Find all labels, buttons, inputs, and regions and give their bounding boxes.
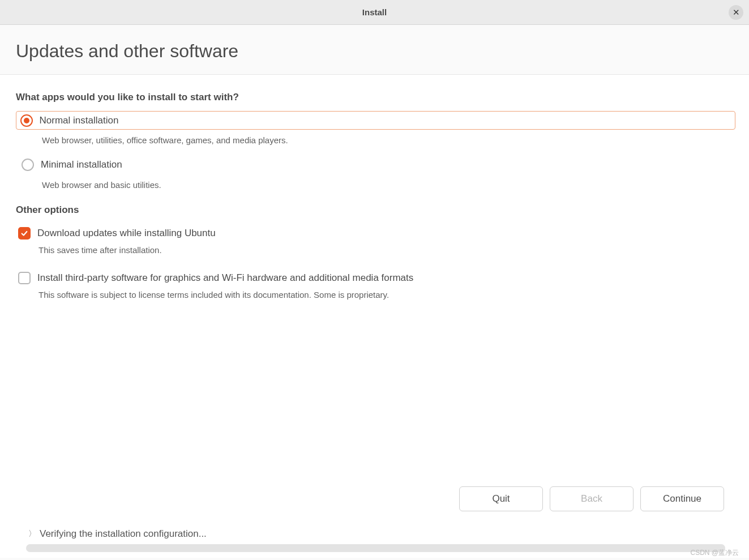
page-title: Updates and other software [0,25,749,75]
close-button[interactable]: ✕ [729,5,743,20]
continue-button[interactable]: Continue [640,486,724,511]
normal-installation-desc: Web browser, utilities, office software,… [42,135,735,145]
checkbox-icon [18,227,31,240]
download-updates-desc: This saves time after installation. [38,245,735,255]
install-type-question: What apps would you like to install to s… [16,92,735,103]
expander-label: Verifying the installation configuration… [40,528,207,540]
button-label: Back [581,493,602,505]
radio-normal-installation[interactable]: Normal installation [16,111,735,130]
other-options-heading: Other options [16,204,735,216]
quit-button[interactable]: Quit [459,486,543,511]
expander-verifying[interactable]: 〉 Verifying the installation configurati… [16,528,735,544]
back-button[interactable]: Back [550,486,634,511]
checkbox-third-party[interactable]: Install third-party software for graphic… [16,271,735,285]
button-row: Quit Back Continue [16,486,735,511]
radio-minimal-installation[interactable]: Minimal installation [17,155,735,174]
window-title: Install [362,7,387,17]
radio-icon [22,159,34,171]
chevron-right-icon: 〉 [28,529,36,539]
radio-icon [20,114,33,127]
titlebar: Install ✕ [0,0,749,25]
scrollbar-horizontal[interactable] [26,544,725,552]
checkbox-label: Download updates while installing Ubuntu [37,228,216,239]
content-area: What apps would you like to install to s… [0,75,749,558]
third-party-desc: This software is subject to license term… [38,290,735,300]
button-label: Continue [663,493,701,505]
radio-label: Normal installation [40,115,119,126]
checkbox-label: Install third-party software for graphic… [37,272,413,284]
button-label: Quit [492,493,510,505]
close-icon: ✕ [733,7,740,18]
watermark: CSDN @蓝净云 [690,548,739,558]
checkbox-download-updates[interactable]: Download updates while installing Ubuntu [16,226,735,241]
checkbox-icon [18,272,31,284]
minimal-installation-desc: Web browser and basic utilities. [42,180,735,190]
radio-label: Minimal installation [41,159,122,170]
